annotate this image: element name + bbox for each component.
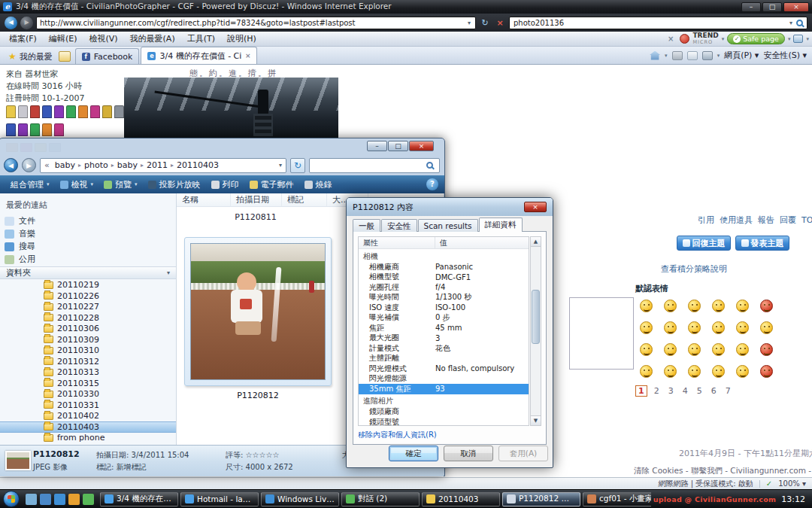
- show-desktop-icon[interactable]: [26, 494, 37, 505]
- smiley-icon[interactable]: [640, 365, 653, 378]
- breadcrumb-segment[interactable]: 2011: [144, 160, 171, 170]
- refresh-icon[interactable]: ↻: [479, 18, 491, 28]
- property-row[interactable]: 鏡頭型號: [359, 417, 529, 426]
- favorite-link[interactable]: 文件: [5, 214, 170, 227]
- tab-close-icon[interactable]: ×: [245, 52, 251, 59]
- favorites-button[interactable]: ★我的最愛: [2, 49, 59, 64]
- chevron-down-icon[interactable]: ▾: [806, 36, 809, 42]
- folder-tree-item[interactable]: 20110226: [0, 291, 176, 302]
- chevron-down-icon[interactable]: ▾: [717, 53, 720, 59]
- column-header[interactable]: 名稱: [177, 193, 231, 206]
- clock[interactable]: 13:12: [781, 494, 805, 504]
- selected-file-thumbnail[interactable]: [184, 237, 332, 386]
- smiley-page-button[interactable]: 1: [635, 385, 647, 397]
- taskbar-task[interactable]: P1120812 內容: [502, 492, 580, 506]
- folder-tree-item[interactable]: 20110227: [0, 301, 176, 312]
- new-thread-button[interactable]: 發表主題: [735, 236, 789, 251]
- taskbar-task[interactable]: 對話 (2): [341, 492, 420, 506]
- property-row[interactable]: 相機廠商Panasonic: [359, 262, 529, 272]
- smiley-page-button[interactable]: 6: [709, 386, 719, 396]
- smiley-icon[interactable]: [688, 321, 701, 334]
- smiley-icon[interactable]: [688, 300, 701, 312]
- back-button[interactable]: ◀: [4, 158, 18, 172]
- folder-tree-item[interactable]: 20110228: [0, 312, 176, 324]
- dialog-tab[interactable]: 安全性: [381, 219, 417, 232]
- smiley-page-button[interactable]: 3: [666, 386, 676, 396]
- smiley-page-button[interactable]: 7: [723, 386, 733, 396]
- smiley-icon[interactable]: [736, 321, 749, 334]
- feeds-icon[interactable]: [672, 51, 683, 60]
- smiley-page-button[interactable]: 2: [652, 386, 662, 396]
- folder-tree-item[interactable]: 20110313: [0, 367, 176, 378]
- apply-button[interactable]: 套用(A): [498, 446, 548, 461]
- read-mail-icon[interactable]: [687, 51, 698, 60]
- breadcrumb[interactable]: « baby▸photo▸baby▸2011▸20110403 ▾: [40, 158, 286, 173]
- back-button[interactable]: ◀: [5, 17, 17, 29]
- post-action-link[interactable]: 引用: [698, 215, 714, 225]
- post-action-link[interactable]: 回覆: [780, 215, 796, 225]
- smiley-page-button[interactable]: 4: [680, 386, 690, 396]
- dialog-tab[interactable]: Scan results: [418, 219, 478, 232]
- scrollbar[interactable]: ▲ ▼: [530, 236, 541, 426]
- folder-tree-item[interactable]: 20110309: [0, 334, 176, 345]
- smiley-icon[interactable]: [760, 321, 773, 334]
- ok-button[interactable]: 確定: [389, 446, 438, 461]
- scrollbar-thumb[interactable]: [532, 290, 540, 344]
- property-row[interactable]: 閃光燈模式No flash, compulsory: [359, 364, 529, 374]
- comment-icon[interactable]: [793, 35, 803, 43]
- add-favorite-icon[interactable]: [59, 51, 71, 62]
- smiley-icon[interactable]: [736, 300, 749, 312]
- file-item-label[interactable]: P1120811: [177, 212, 335, 222]
- browser-tab[interactable]: e3/4 機的存在價值 - Civi...×: [141, 47, 257, 64]
- command-bar-item[interactable]: 投影片放映: [143, 175, 206, 193]
- menu-item[interactable]: 檢視(V): [83, 33, 123, 44]
- command-bar-item[interactable]: 電子郵件: [244, 175, 299, 193]
- menu-item[interactable]: 檔案(F): [3, 33, 43, 44]
- maximize-button[interactable]: □: [388, 141, 408, 151]
- help-icon[interactable]: ?: [426, 178, 438, 190]
- property-row[interactable]: 曝光補償0 步: [359, 313, 529, 324]
- safe-page-button[interactable]: ✓Safe page: [727, 33, 785, 44]
- property-row[interactable]: 曝光時間1/1300 秒: [359, 293, 529, 303]
- taskbar-task[interactable]: 3/4 機的存在價...: [100, 492, 178, 506]
- folder-tree-item[interactable]: 20110315: [0, 378, 176, 389]
- details-tags[interactable]: 標記: 新增標記: [96, 462, 147, 473]
- property-row[interactable]: 主體距離: [359, 354, 529, 364]
- maximize-button[interactable]: □: [762, 2, 782, 12]
- taskbar-task[interactable]: 20110403: [422, 492, 500, 506]
- close-button[interactable]: ×: [524, 202, 547, 212]
- command-bar-item[interactable]: 列印: [206, 175, 244, 193]
- reply-thread-button[interactable]: 回復主題: [677, 236, 731, 251]
- zoom-level-button[interactable]: 100% ▾: [778, 479, 806, 488]
- folder-tree-item[interactable]: from phone: [0, 432, 176, 443]
- command-bar-item[interactable]: 燒錄: [299, 175, 338, 193]
- minimize-button[interactable]: –: [367, 141, 387, 151]
- breadcrumb-segment[interactable]: 20110403: [174, 160, 222, 170]
- folder-tree-item[interactable]: 20110312: [0, 356, 176, 367]
- command-bar-item[interactable]: 檢視▾: [55, 175, 99, 193]
- ie-icon[interactable]: [54, 494, 65, 505]
- smiley-icon[interactable]: [736, 365, 749, 378]
- property-row[interactable]: 最大光圈3: [359, 333, 529, 344]
- mail-icon[interactable]: [68, 494, 80, 505]
- column-header[interactable]: 標記: [282, 193, 327, 206]
- smiley-icon[interactable]: [736, 343, 749, 356]
- close-button[interactable]: ×: [783, 2, 809, 12]
- post-photo[interactable]: [124, 78, 338, 138]
- property-row[interactable]: 35mm 焦距93: [359, 384, 529, 394]
- property-row[interactable]: 閃光燈能源: [359, 374, 529, 385]
- smiley-icon[interactable]: [712, 300, 725, 312]
- refresh-button[interactable]: ↻: [290, 158, 305, 173]
- address-dropdown-icon[interactable]: ▾: [466, 20, 472, 26]
- column-header[interactable]: 拍攝日期: [231, 193, 282, 206]
- chevron-down-icon[interactable]: ▾: [167, 269, 170, 276]
- favorite-link[interactable]: 公用: [5, 253, 170, 266]
- breadcrumb-segment[interactable]: baby: [52, 160, 78, 170]
- command-bar-item[interactable]: 預覽▾: [98, 175, 143, 193]
- command-bar-item[interactable]: 組合管理▾: [5, 175, 55, 193]
- post-action-link[interactable]: TOP: [801, 215, 812, 225]
- search-icon[interactable]: [796, 20, 803, 26]
- smiley-icon[interactable]: [760, 343, 773, 356]
- scroll-down-icon[interactable]: ▼: [531, 415, 541, 425]
- smiley-icon[interactable]: [688, 365, 701, 378]
